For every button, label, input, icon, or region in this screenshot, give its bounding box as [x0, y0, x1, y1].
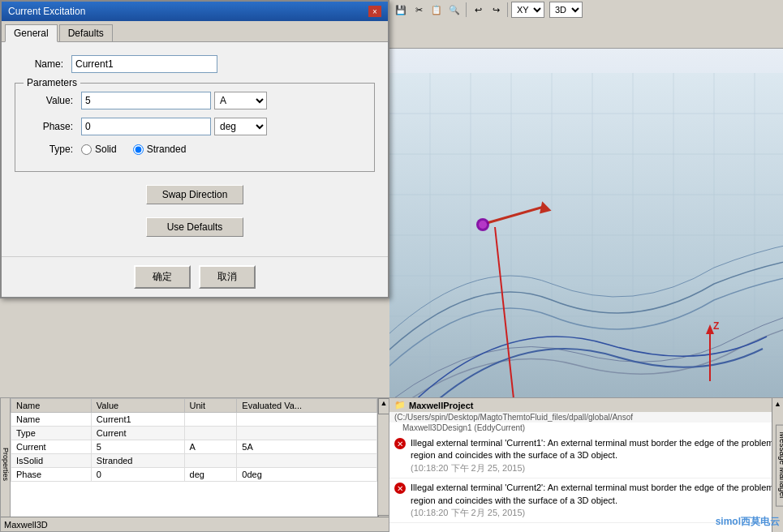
message-manager-tab[interactable]: Message Manager [776, 424, 783, 506]
view-mode-select[interactable]: 3D 2D [549, 2, 583, 18]
app-toolbar: 💾 ✂ 📋 🔍 ↩ ↪ XY XZ YZ 3D 2D [389, 0, 783, 49]
cell-value: Stranded [91, 454, 184, 468]
table-row: TypeCurrent [11, 427, 377, 440]
tab-defaults[interactable]: Defaults [59, 24, 113, 41]
message-manager-label: Message Manager [778, 431, 783, 499]
value-input[interactable] [81, 92, 211, 109]
value-unit-container: A mA [214, 92, 267, 109]
svg-rect-0 [389, 73, 783, 422]
bottom-nav-label: Maxwell3D [4, 520, 48, 530]
viewport-svg: Z 0 15 [389, 49, 783, 446]
type-stranded-label[interactable]: Stranded [133, 144, 187, 155]
view-plane-select[interactable]: XY XZ YZ [511, 2, 544, 18]
toolbar-btn-2[interactable]: ✂ [411, 2, 427, 18]
cell-name: Name [11, 413, 92, 427]
phase-unit-container: deg rad [214, 118, 267, 135]
type-solid-radio[interactable] [81, 144, 92, 155]
type-stranded-radio[interactable] [133, 144, 144, 155]
project-path: (C:/Users/spin/Desktop/MagtoThemtoFluid_… [389, 412, 783, 423]
cell-value: 5 [91, 440, 184, 454]
swap-direction-button[interactable]: Swap Direction [146, 185, 243, 204]
phase-row: Phase: deg rad [28, 118, 361, 135]
message-text: Illegal external terminal 'Current2': An… [411, 482, 778, 519]
toolbar-sep-1 [466, 2, 467, 17]
scroll-bar[interactable]: ▲ ▼ [377, 398, 389, 531]
current-excitation-dialog: Current Excitation × General Defaults Na… [0, 0, 389, 298]
type-row: Type: Solid Stranded [28, 144, 361, 155]
cell-unit [184, 413, 237, 427]
phase-label: Phase: [28, 121, 73, 132]
type-solid-text: Solid [95, 144, 117, 155]
parameters-legend: Parameters [24, 77, 80, 88]
cancel-button[interactable]: 取消 [199, 265, 256, 289]
cell-value: Current1 [91, 413, 184, 427]
toolbar-sep-2 [507, 2, 508, 17]
toolbar-row-1: 💾 ✂ 📋 🔍 ↩ ↪ XY XZ YZ 3D 2D [389, 0, 783, 19]
cell-value: 0 [91, 468, 184, 482]
name-label: Name: [15, 58, 63, 70]
dialog-footer: 确定 取消 [2, 256, 388, 297]
cell-value: Current [91, 427, 184, 440]
project-title: MaxwellProject [409, 401, 473, 410]
toolbar-btn-1[interactable]: 💾 [393, 2, 409, 18]
value-unit-select[interactable]: A mA [214, 92, 267, 109]
cell-name: IsSolid [11, 454, 92, 468]
bottom-nav: Maxwell3D [1, 517, 389, 531]
name-row: Name: [15, 55, 375, 73]
message-panel: 📁 MaxwellProject (C:/Users/spin/Desktop/… [389, 397, 783, 532]
col-evaluated: Evaluated Va... [237, 399, 377, 413]
use-defaults-button[interactable]: Use Defaults [146, 217, 243, 237]
col-name: Name [11, 399, 92, 413]
dialog-titlebar: Current Excitation × [2, 2, 388, 21]
message-panel-inner: 📁 MaxwellProject (C:/Users/spin/Desktop/… [389, 398, 783, 532]
toolbar-btn-3[interactable]: 📋 [428, 2, 445, 18]
cell-unit: A [184, 440, 237, 454]
logo: simol西莫电云 [716, 515, 780, 529]
close-button[interactable]: × [368, 6, 381, 17]
error-icon: ✕ [394, 438, 406, 449]
type-solid-label[interactable]: Solid [81, 144, 117, 155]
3d-viewport[interactable]: Z 0 15 [389, 49, 783, 446]
error-icon: ✕ [394, 483, 406, 494]
properties-table: Name Value Unit Evaluated Va... NameCurr… [11, 398, 377, 482]
dialog-tabs: General Defaults [2, 21, 388, 42]
project-icon: 📁 [394, 400, 406, 410]
ok-button[interactable]: 确定 [134, 265, 191, 289]
type-radio-group: Solid Stranded [81, 144, 186, 155]
col-value: Value [91, 399, 184, 413]
msg-scroll-up[interactable]: ▲ [774, 398, 781, 408]
scroll-up[interactable]: ▲ [378, 398, 389, 414]
type-stranded-text: Stranded [147, 144, 187, 155]
table-row: IsSolidStranded [11, 454, 377, 468]
cell-name: Phase [11, 468, 92, 482]
cell-name: Type [11, 427, 92, 440]
message-text: Illegal external terminal 'Current1': An… [411, 437, 778, 474]
type-label: Type: [28, 144, 73, 155]
cell-name: Current [11, 440, 92, 454]
toolbar-btn-4[interactable]: 🔍 [446, 2, 462, 18]
cell-evaluated: 0deg [237, 468, 377, 482]
cell-evaluated [237, 427, 377, 440]
cell-unit [184, 427, 237, 440]
design-name: Maxwell3DDesign1 (EddyCurrent) [389, 423, 783, 434]
col-unit: Unit [184, 399, 237, 413]
toolbar-btn-5[interactable]: ↩ [470, 2, 486, 18]
dialog-title: Current Excitation [8, 6, 85, 17]
cell-unit: deg [184, 468, 237, 482]
cell-unit [184, 454, 237, 468]
table-row: Current5A5A [11, 440, 377, 454]
properties-panel: Properties Name Value Unit Evaluated Va.… [0, 397, 389, 532]
cell-evaluated [237, 413, 377, 427]
message-item: ✕ Illegal external terminal 'Current1': … [389, 434, 783, 478]
bottom-left-container: Properties Name Value Unit Evaluated Va.… [1, 398, 389, 531]
cell-evaluated [237, 454, 377, 468]
dialog-content: Name: Parameters Value: A mA Phase: [2, 42, 388, 256]
svg-text:Z: Z [713, 320, 719, 332]
properties-side-tab[interactable]: Properties [1, 398, 11, 531]
message-header: 📁 MaxwellProject [389, 398, 783, 412]
phase-unit-select[interactable]: deg rad [214, 118, 267, 135]
phase-input[interactable] [81, 118, 211, 135]
tab-general[interactable]: General [5, 24, 58, 42]
toolbar-btn-6[interactable]: ↪ [488, 2, 504, 18]
name-input[interactable] [71, 55, 217, 73]
